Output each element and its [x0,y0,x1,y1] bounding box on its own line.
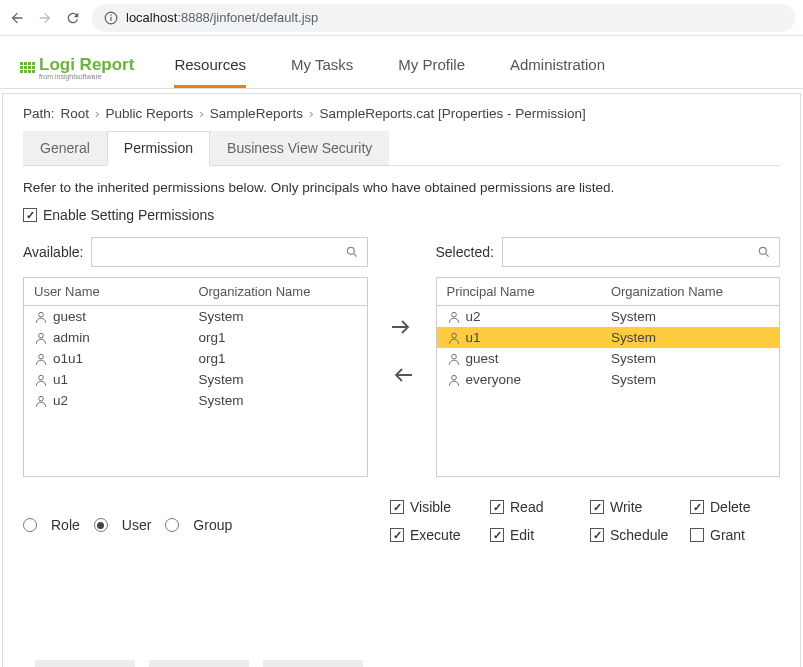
row-name: u1 [466,330,481,345]
chk-grant[interactable] [690,528,704,542]
list-row[interactable]: u2System [24,390,367,411]
available-header-org[interactable]: Organization Name [188,278,366,305]
add-button[interactable] [388,317,416,337]
list-row[interactable]: u2System [437,306,780,327]
action-buttons: OK Cancel Help [35,660,363,667]
breadcrumb-public-reports[interactable]: Public Reports [106,106,194,121]
enable-permissions-checkbox[interactable] [23,208,37,222]
available-header-username[interactable]: User Name [24,278,188,305]
forward-button[interactable] [36,9,54,27]
row-name: u1 [53,372,68,387]
breadcrumb-sample-reports[interactable]: SampleReports [210,106,303,121]
nav-resources[interactable]: Resources [174,46,246,88]
svg-point-8 [39,375,44,380]
reload-button[interactable] [64,9,82,27]
selected-header-principal[interactable]: Principal Name [437,278,601,305]
row-org: System [601,306,779,327]
row-name: guest [466,351,499,366]
tab-business-view-security[interactable]: Business View Security [210,131,389,165]
svg-point-7 [39,354,44,359]
available-table: User Name Organization Name guestSystema… [23,277,368,477]
main-nav: Resources My Tasks My Profile Administra… [174,46,605,88]
list-row[interactable]: o1u1org1 [24,348,367,369]
help-button[interactable]: Help [263,660,363,667]
available-search-input[interactable] [100,245,344,260]
svg-line-11 [766,254,769,257]
person-icon [34,373,48,387]
person-icon [447,352,461,366]
svg-point-12 [451,312,456,317]
list-row[interactable]: u1System [437,327,780,348]
chk-execute[interactable] [390,528,404,542]
breadcrumb-current: SampleReports.cat [Properties - Permissi… [319,106,585,121]
chevron-right-icon: › [95,106,100,121]
row-org: org1 [188,348,366,369]
chk-read[interactable] [490,500,504,514]
search-icon [757,245,771,259]
row-name: o1u1 [53,351,83,366]
nav-myprofile[interactable]: My Profile [398,46,465,88]
svg-point-2 [110,14,112,16]
chk-delete-label: Delete [710,499,750,515]
row-name: everyone [466,372,522,387]
chk-edit[interactable] [490,528,504,542]
url-text: localhost:8888/jinfonet/default.jsp [126,10,318,25]
svg-point-15 [451,375,456,380]
selected-label: Selected: [436,244,494,260]
radio-group-label: Group [193,517,232,533]
radio-role[interactable] [23,518,37,532]
logo: Logi Report from insightsoftware [20,55,134,80]
tabs: General Permission Business View Securit… [23,131,780,166]
list-row[interactable]: u1System [24,369,367,390]
nav-administration[interactable]: Administration [510,46,605,88]
person-icon [34,352,48,366]
radio-user[interactable] [94,518,108,532]
svg-line-4 [353,254,356,257]
list-row[interactable]: guestSystem [24,306,367,327]
selected-search-input[interactable] [511,245,757,260]
cancel-button[interactable]: Cancel [149,660,249,667]
svg-point-13 [451,333,456,338]
svg-point-5 [39,312,44,317]
permission-checkboxes: Visible Read Write Delete Execute Edit S… [390,499,780,543]
chk-write-label: Write [610,499,642,515]
person-icon [447,310,461,324]
ok-button[interactable]: OK [35,660,135,667]
transfer-arrows [388,237,416,385]
row-org: System [601,369,779,390]
row-org: System [601,348,779,369]
address-bar[interactable]: localhost:8888/jinfonet/default.jsp [92,4,795,32]
tab-general[interactable]: General [23,131,107,165]
row-name: u2 [466,309,481,324]
chk-delete[interactable] [690,500,704,514]
selected-header-org[interactable]: Organization Name [601,278,779,305]
row-org: org1 [188,327,366,348]
chk-write[interactable] [590,500,604,514]
chk-schedule[interactable] [590,528,604,542]
list-row[interactable]: guestSystem [437,348,780,369]
row-org: System [188,390,366,411]
person-icon [34,310,48,324]
list-row[interactable]: adminorg1 [24,327,367,348]
available-search[interactable] [91,237,367,267]
radio-group[interactable] [165,518,179,532]
content-panel: Path: Root › Public Reports › SampleRepo… [2,93,801,667]
radio-user-label: User [122,517,152,533]
search-icon [345,245,359,259]
svg-point-9 [39,396,44,401]
chk-visible[interactable] [390,500,404,514]
svg-point-10 [759,247,766,254]
remove-button[interactable] [388,365,416,385]
selected-search[interactable] [502,237,780,267]
nav-mytasks[interactable]: My Tasks [291,46,353,88]
chevron-right-icon: › [199,106,204,121]
chk-edit-label: Edit [510,527,534,543]
back-button[interactable] [8,9,26,27]
breadcrumb: Path: Root › Public Reports › SampleRepo… [23,106,780,121]
list-row[interactable]: everyoneSystem [437,369,780,390]
breadcrumb-root[interactable]: Root [61,106,90,121]
tab-permission[interactable]: Permission [107,131,210,166]
svg-point-6 [39,333,44,338]
chk-visible-label: Visible [410,499,451,515]
row-name: admin [53,330,90,345]
